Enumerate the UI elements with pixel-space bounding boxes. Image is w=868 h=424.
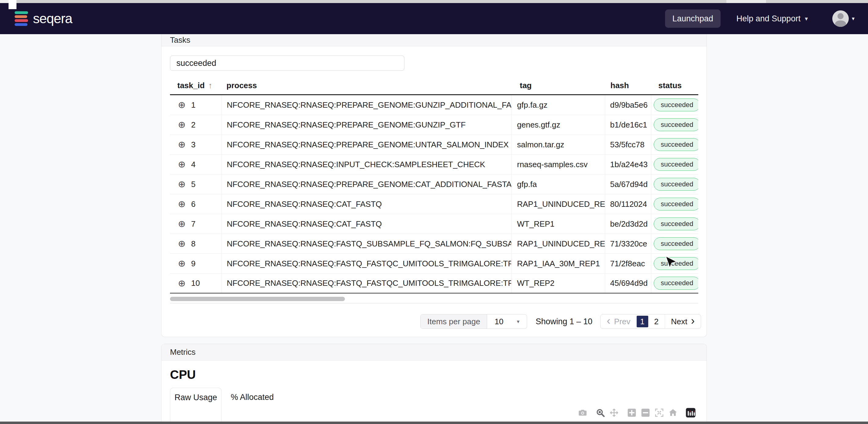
column-header-status[interactable]: status: [651, 77, 698, 94]
cell-process: NFCORE_RNASEQ:RNASEQ:INPUT_CHECK:SAMPLES…: [222, 155, 511, 174]
cell-tag: genes.gtf.gz: [511, 115, 605, 134]
user-menu[interactable]: ▾: [832, 10, 855, 27]
cell-process: NFCORE_RNASEQ:RNASEQ:CAT_FASTQ: [222, 214, 511, 234]
metrics-card-header: Metrics: [161, 344, 707, 361]
horizontal-scrollbar-thumb[interactable]: [170, 297, 345, 301]
expand-row-icon[interactable]: ⊕: [178, 100, 186, 109]
cell-hash: 1b/a24e43: [605, 155, 651, 174]
column-header-tag[interactable]: tag: [511, 77, 605, 94]
tab-raw-usage[interactable]: Raw Usage: [170, 388, 222, 424]
expand-row-icon[interactable]: ⊕: [178, 120, 186, 129]
prev-page-button[interactable]: ‹ Prev: [601, 315, 637, 328]
expand-row-icon[interactable]: ⊕: [178, 279, 186, 288]
page-button-2[interactable]: 2: [651, 316, 662, 327]
metrics-card: Metrics CPU Raw Usage % Allocated: [161, 344, 707, 424]
cell-tag: RAP1_UNINDUCED_REP2: [511, 194, 605, 214]
next-page-button[interactable]: Next ›: [665, 315, 701, 328]
table-row[interactable]: ⊕4 NFCORE_RNASEQ:RNASEQ:INPUT_CHECK:SAMP…: [170, 155, 698, 174]
cell-process: NFCORE_RNASEQ:RNASEQ:FASTQ_SUBSAMPLE_FQ_…: [222, 234, 511, 254]
cell-tag: salmon.tar.gz: [511, 135, 605, 154]
cell-tag: gfp.fa: [511, 174, 605, 194]
column-header-task-id[interactable]: task_id ↑: [170, 77, 222, 94]
horizontal-scrollbar-track: [170, 303, 698, 303]
zoom-select-icon[interactable]: [595, 407, 606, 418]
window-top-strip-segment: [726, 0, 766, 3]
status-badge: succeeded: [654, 99, 698, 112]
cell-hash: 53/5fcc78: [605, 135, 651, 154]
reset-axes-home-icon[interactable]: [668, 407, 679, 418]
cell-hash: d9/9ba5e6: [605, 95, 651, 115]
camera-icon[interactable]: [577, 407, 588, 418]
seqera-brand[interactable]: seqera: [14, 11, 72, 26]
table-row[interactable]: ⊕2 NFCORE_RNASEQ:RNASEQ:PREPARE_GENOME:G…: [170, 115, 698, 135]
cpu-tabs: Raw Usage % Allocated: [170, 388, 274, 424]
expand-row-icon[interactable]: ⊕: [178, 259, 186, 268]
tasks-search-input[interactable]: [170, 56, 404, 71]
column-header-hash[interactable]: hash: [605, 77, 651, 94]
top-navbar: seqera Launchpad Help and Support ▾ ▾: [0, 3, 868, 34]
column-header-process[interactable]: process: [222, 77, 511, 94]
table-row[interactable]: ⊕9 NFCORE_RNASEQ:RNASEQ:FASTQ_FASTQC_UMI…: [170, 254, 698, 273]
expand-row-icon[interactable]: ⊕: [178, 239, 186, 248]
cell-hash: 5a/67d94d: [605, 174, 651, 194]
tasks-table-header: task_id ↑ process tag hash status: [170, 77, 698, 95]
tasks-card: Tasks task_id ↑ process tag hash status …: [161, 34, 707, 337]
cell-hash: 45/694d9d: [605, 273, 651, 293]
launchpad-button[interactable]: Launchpad: [665, 9, 721, 28]
cell-task-id: 6: [191, 199, 195, 209]
cell-process: NFCORE_RNASEQ:RNASEQ:PREPARE_GENOME:CAT_…: [222, 174, 511, 194]
cell-task-id: 7: [191, 219, 195, 229]
cell-task-id: 10: [191, 279, 200, 288]
cell-process: NFCORE_RNASEQ:RNASEQ:PREPARE_GENOME:GUNZ…: [222, 95, 511, 115]
seqera-logo-icon: [14, 11, 28, 26]
table-row[interactable]: ⊕10 NFCORE_RNASEQ:RNASEQ:FASTQ_FASTQC_UM…: [170, 273, 698, 293]
sort-asc-icon: ↑: [209, 81, 212, 90]
table-row[interactable]: ⊕8 NFCORE_RNASEQ:RNASEQ:FASTQ_SUBSAMPLE_…: [170, 234, 698, 254]
help-and-support-menu[interactable]: Help and Support ▾: [737, 14, 808, 24]
cell-process: NFCORE_RNASEQ:RNASEQ:PREPARE_GENOME:UNTA…: [222, 135, 511, 154]
cell-tag: gfp.fa.gz: [511, 95, 605, 115]
cell-process: NFCORE_RNASEQ:RNASEQ:FASTQ_FASTQC_UMITOO…: [222, 254, 511, 273]
table-row[interactable]: ⊕5 NFCORE_RNASEQ:RNASEQ:PREPARE_GENOME:C…: [170, 174, 698, 194]
table-row[interactable]: ⊕3 NFCORE_RNASEQ:RNASEQ:PREPARE_GENOME:U…: [170, 135, 698, 155]
cell-tag: rnaseq-samples.csv: [511, 155, 605, 174]
table-row[interactable]: ⊕1 NFCORE_RNASEQ:RNASEQ:PREPARE_GENOME:G…: [170, 95, 698, 115]
expand-row-icon[interactable]: ⊕: [178, 199, 186, 209]
bottom-edge-bar: [0, 422, 868, 424]
pan-icon[interactable]: [609, 407, 620, 418]
items-per-page-select[interactable]: 10 ▾: [487, 315, 526, 328]
tab-percent-allocated[interactable]: % Allocated: [231, 388, 274, 402]
tasks-title: Tasks: [170, 35, 190, 45]
cell-task-id: 8: [191, 239, 195, 249]
expand-row-icon[interactable]: ⊕: [178, 180, 186, 189]
autoscale-icon[interactable]: [654, 407, 665, 418]
cell-hash: 71/2f8eac: [605, 254, 651, 273]
table-row[interactable]: ⊕6 NFCORE_RNASEQ:RNASEQ:CAT_FASTQ RAP1_U…: [170, 194, 698, 214]
avatar[interactable]: [832, 10, 849, 27]
window-top-strip-segment: [0, 0, 9, 3]
status-badge: succeeded: [654, 118, 698, 131]
cell-process: NFCORE_RNASEQ:RNASEQ:FASTQ_FASTQC_UMITOO…: [222, 273, 511, 293]
cell-task-id: 4: [191, 160, 195, 169]
cell-process: NFCORE_RNASEQ:RNASEQ:PREPARE_GENOME:GUNZ…: [222, 115, 511, 134]
table-row[interactable]: ⊕7 NFCORE_RNASEQ:RNASEQ:CAT_FASTQ WT_REP…: [170, 214, 698, 234]
pager: ‹ Prev 1 2 Next ›: [600, 314, 701, 329]
page-button-1[interactable]: 1: [637, 316, 648, 327]
expand-row-icon[interactable]: ⊕: [178, 160, 186, 169]
window-top-strip: [0, 0, 868, 3]
expand-row-icon[interactable]: ⊕: [178, 140, 186, 149]
plotly-logo-icon[interactable]: [685, 407, 696, 418]
cell-tag: RAP1_UNINDUCED_REP1: [511, 234, 605, 254]
status-badge: succeeded: [654, 218, 698, 231]
cell-tag: WT_REP2: [511, 273, 605, 293]
zoom-out-icon[interactable]: [640, 407, 651, 418]
items-per-page-label: Items per page: [421, 315, 487, 328]
cpu-heading: CPU: [170, 368, 196, 382]
caret-down-icon: ▾: [517, 319, 520, 325]
zoom-in-icon[interactable]: [626, 407, 637, 418]
brand-name: seqera: [33, 11, 72, 26]
expand-row-icon[interactable]: ⊕: [178, 219, 186, 228]
items-per-page-control: Items per page 10 ▾: [420, 314, 527, 329]
tasks-table: task_id ↑ process tag hash status ⊕1 NFC…: [170, 77, 698, 293]
showing-range-text: Showing 1 – 10: [536, 317, 592, 326]
